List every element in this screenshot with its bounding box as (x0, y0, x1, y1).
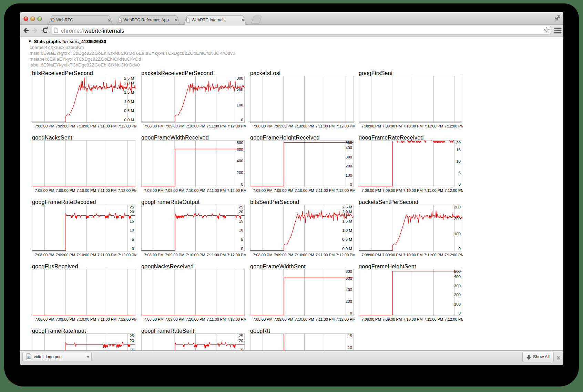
svg-text:0: 0 (459, 311, 461, 315)
svg-text:7:12:00 PM: 7:12:00 PM (227, 253, 246, 257)
svg-text:7:09:00 PM: 7:09:00 PM (165, 124, 184, 128)
svg-text:7:09:00 PM: 7:09:00 PM (165, 317, 184, 321)
svg-text:7:11:00 PM: 7:11:00 PM (316, 188, 335, 193)
svg-text:0.0 M: 0.0 M (342, 247, 352, 251)
svg-text:15: 15 (239, 219, 243, 223)
svg-text:7:08:00 PM: 7:08:00 PM (253, 253, 272, 257)
svg-text:7:08:00 PM: 7:08:00 PM (35, 253, 54, 257)
svg-text:7:09:00 PM: 7:09:00 PM (274, 253, 293, 257)
svg-text:25: 25 (239, 334, 243, 338)
svg-text:7:08:00 PM: 7:08:00 PM (253, 317, 272, 321)
svg-text:7:09:00 PM: 7:09:00 PM (56, 317, 75, 321)
svg-text:2.5 M: 2.5 M (342, 205, 352, 209)
svg-text:500: 500 (346, 141, 352, 145)
svg-text:0: 0 (350, 311, 352, 315)
svg-text:7:11:00 PM: 7:11:00 PM (424, 124, 443, 128)
svg-text:7:12:00 PM: 7:12:00 PM (444, 188, 463, 193)
svg-text:7:09:00 PM: 7:09:00 PM (56, 124, 75, 128)
svg-text:600: 600 (346, 276, 352, 280)
svg-text:10: 10 (239, 228, 243, 232)
svg-text:15: 15 (456, 148, 461, 152)
svg-text:200: 200 (237, 171, 243, 175)
svg-text:7:11:00 PM: 7:11:00 PM (98, 317, 116, 321)
svg-text:7:10:00 PM: 7:10:00 PM (295, 124, 314, 128)
svg-text:2.5 M: 2.5 M (124, 76, 134, 80)
svg-text:0: 0 (459, 247, 461, 251)
svg-text:7:11:00 PM: 7:11:00 PM (207, 253, 226, 257)
svg-text:100: 100 (454, 232, 461, 236)
svg-text:25: 25 (130, 334, 134, 338)
svg-text:7:08:00 PM: 7:08:00 PM (35, 317, 54, 321)
svg-text:7:09:00 PM: 7:09:00 PM (382, 317, 402, 321)
svg-text:1.5 M: 1.5 M (342, 219, 352, 223)
svg-text:7:11:00 PM: 7:11:00 PM (207, 317, 226, 321)
svg-text:7:08:00 PM: 7:08:00 PM (35, 188, 54, 193)
svg-text:300: 300 (454, 205, 461, 209)
svg-text:7:11:00 PM: 7:11:00 PM (207, 188, 226, 193)
svg-text:7:12:00 PM: 7:12:00 PM (118, 253, 136, 257)
svg-text:20: 20 (130, 339, 134, 343)
svg-text:0.5 M: 0.5 M (342, 237, 352, 241)
svg-text:7:11:00 PM: 7:11:00 PM (207, 124, 226, 128)
svg-text:15: 15 (239, 348, 243, 350)
svg-text:400: 400 (346, 146, 352, 150)
svg-text:7:10:00 PM: 7:10:00 PM (76, 124, 96, 128)
svg-text:1.5 M: 1.5 M (124, 90, 134, 94)
svg-text:7:08:00 PM: 7:08:00 PM (144, 188, 163, 193)
svg-text:7:11:00 PM: 7:11:00 PM (424, 317, 443, 321)
svg-text:7:11:00 PM: 7:11:00 PM (316, 124, 335, 128)
svg-text:7:10:00 PM: 7:10:00 PM (403, 317, 422, 321)
svg-text:600: 600 (237, 147, 243, 152)
svg-text:7:10:00 PM: 7:10:00 PM (295, 317, 314, 321)
svg-text:7:09:00 PM: 7:09:00 PM (382, 124, 402, 128)
svg-text:7:09:00 PM: 7:09:00 PM (274, 188, 293, 193)
svg-text:7:09:00 PM: 7:09:00 PM (274, 124, 293, 128)
svg-text:400: 400 (346, 288, 352, 292)
svg-text:7:10:00 PM: 7:10:00 PM (403, 253, 422, 257)
svg-text:7:10:00 PM: 7:10:00 PM (186, 253, 205, 257)
svg-text:7:12:00 PM: 7:12:00 PM (118, 317, 136, 321)
svg-text:1.0 M: 1.0 M (124, 100, 134, 104)
svg-text:7:09:00 PM: 7:09:00 PM (165, 253, 184, 257)
svg-text:7:12:00 PM: 7:12:00 PM (444, 317, 463, 321)
svg-text:25: 25 (130, 205, 134, 209)
svg-text:0: 0 (241, 182, 243, 186)
svg-text:10: 10 (130, 228, 134, 232)
svg-text:7:08:00 PM: 7:08:00 PM (361, 253, 381, 257)
svg-text:1.0 M: 1.0 M (342, 228, 352, 233)
svg-text:7:12:00 PM: 7:12:00 PM (336, 253, 355, 257)
svg-text:15: 15 (348, 334, 352, 338)
svg-text:7:08:00 PM: 7:08:00 PM (253, 124, 272, 128)
svg-text:800: 800 (346, 269, 352, 274)
svg-text:10: 10 (456, 159, 461, 163)
svg-text:7:11:00 PM: 7:11:00 PM (424, 188, 443, 193)
svg-text:7:12:00 PM: 7:12:00 PM (336, 317, 355, 321)
svg-text:300: 300 (346, 155, 352, 159)
svg-text:0.5 M: 0.5 M (124, 109, 134, 113)
svg-text:7:08:00 PM: 7:08:00 PM (35, 124, 54, 128)
svg-text:7:12:00 PM: 7:12:00 PM (444, 124, 463, 128)
svg-text:7:11:00 PM: 7:11:00 PM (316, 317, 335, 321)
svg-text:7:12:00 PM: 7:12:00 PM (118, 188, 136, 193)
svg-text:7:09:00 PM: 7:09:00 PM (274, 317, 293, 321)
svg-text:0: 0 (241, 247, 243, 251)
svg-text:7:12:00 PM: 7:12:00 PM (227, 317, 246, 321)
svg-text:7:10:00 PM: 7:10:00 PM (403, 124, 422, 128)
svg-text:0: 0 (241, 118, 243, 122)
svg-text:5: 5 (459, 171, 461, 175)
svg-text:0: 0 (350, 182, 352, 186)
svg-text:2.0 M: 2.0 M (124, 81, 134, 85)
svg-text:200: 200 (454, 293, 461, 297)
svg-text:7:08:00 PM: 7:08:00 PM (144, 124, 163, 128)
svg-text:7:09:00 PM: 7:09:00 PM (56, 188, 75, 193)
svg-text:7:12:00 PM: 7:12:00 PM (118, 124, 136, 128)
svg-text:20: 20 (239, 210, 243, 214)
svg-text:20: 20 (456, 141, 461, 145)
svg-text:7:11:00 PM: 7:11:00 PM (98, 124, 116, 128)
svg-text:7:10:00 PM: 7:10:00 PM (186, 188, 205, 193)
svg-text:500: 500 (454, 269, 461, 274)
svg-text:0: 0 (459, 182, 461, 186)
svg-text:200: 200 (454, 217, 461, 221)
svg-text:2.0 M: 2.0 M (342, 210, 352, 214)
svg-text:800: 800 (237, 141, 243, 145)
